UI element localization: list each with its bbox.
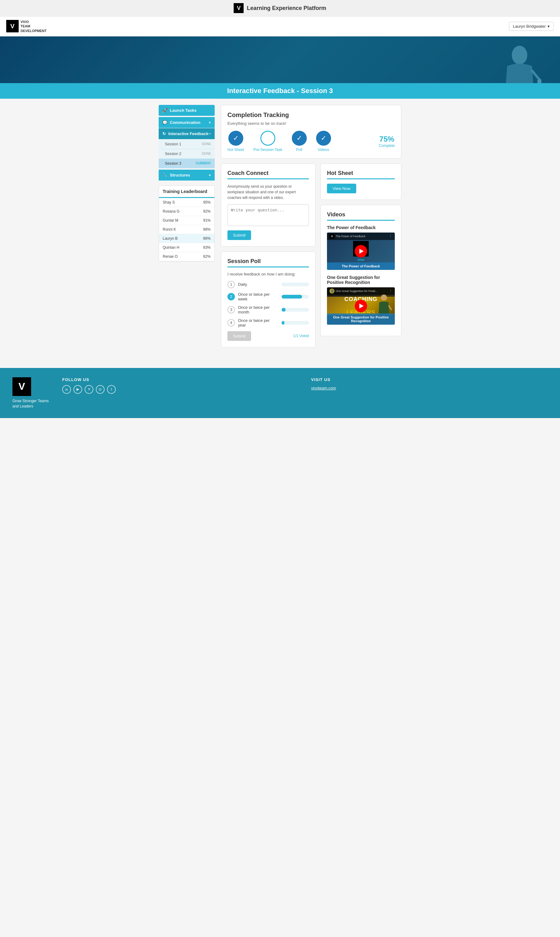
structure-icon: 🔧 [162, 173, 168, 177]
hot-sheet-label: Hot Sheet [228, 148, 244, 152]
chevron-down-icon: ▾ [548, 24, 550, 29]
sidebar-session-2[interactable]: Session 2 DONE [158, 149, 215, 159]
launch-tasks-btn[interactable]: 🚀 Launch Tasks [158, 105, 215, 116]
completion-items: ✓ Hot Sheet Pre-Session Task ✓ Poll ✓ Vi… [228, 131, 395, 152]
poll-num-4: 4 [228, 319, 235, 327]
user-dropdown[interactable]: Lauryn Bridgwater ▾ [509, 22, 554, 31]
sidebar-item-communication[interactable]: 💬 Communication + [158, 117, 215, 128]
completion-tracking-card: Completion Tracking Everything seems to … [221, 105, 402, 159]
poll-option-3: 3 Once or twice per month [228, 305, 309, 314]
twitter-icon[interactable]: ✕ [85, 385, 93, 394]
session-poll-card: Session Poll I receive feedback on how I… [221, 251, 315, 347]
leaderboard-name-1: Shay S [163, 200, 175, 205]
header: V VIVO TEAM DEVELOPMENT Lauryn Bridgwate… [0, 17, 560, 36]
video-1-play-btn[interactable] [355, 245, 367, 257]
top-bar-logo-icon: V [234, 3, 244, 13]
footer-follow: FOLLOW US in ▶ ✕ ◎ f [62, 377, 298, 394]
chat-icon: 💬 [162, 120, 168, 125]
sidebar-item-interactive-feedback[interactable]: ↻ Interactive Feedback − [158, 128, 215, 139]
leaderboard-pct-5: 86% [203, 236, 211, 240]
poll-bar-bg-1 [282, 283, 309, 287]
footer: V Grow Stronger Teams and Leaders FOLLOW… [0, 368, 560, 418]
leaderboard-name-5: Lauryn B [163, 236, 178, 240]
video-1-title: The Power of Feedback [327, 225, 395, 230]
instagram-icon[interactable]: ◎ [96, 385, 105, 394]
svg-line-1 [532, 71, 540, 80]
leaderboard-row-6: Quinlan H 83% [159, 243, 214, 252]
hero-banner: Interactive Feedback - Session 3 [0, 36, 560, 99]
pre-session-check [260, 131, 275, 146]
pct-number: 75% [379, 135, 395, 143]
poll-bar-bg-3 [282, 308, 309, 311]
sidebar-session-1[interactable]: Session 1 DONE [158, 139, 215, 149]
poll-bar-fill-3 [282, 308, 286, 311]
social-icons: in ▶ ✕ ◎ f [62, 385, 298, 394]
hot-sheet-check: ✓ [228, 131, 243, 146]
footer-logo: V Grow Stronger Teams and Leaders [12, 377, 50, 409]
leaderboard-row-2: Rosana G 92% [159, 207, 214, 216]
poll-option-1: 1 Daily [228, 281, 309, 288]
leaderboard-name-2: Rosana G [163, 209, 180, 214]
hero-title: Interactive Feedback - Session 3 [0, 87, 560, 95]
poll-text-3: Once or twice per month [238, 305, 278, 314]
youtube-icon[interactable]: ▶ [74, 385, 82, 394]
completion-pre-session: Pre-Session Task [253, 131, 282, 152]
session-3-badge: CURRENT [196, 162, 211, 165]
poll-bar-bg-2 [282, 295, 309, 299]
poll-title: Session Poll [228, 258, 309, 267]
sidebar-item-structures[interactable]: 🔧 Structures + [158, 170, 215, 180]
facebook-icon[interactable]: f [107, 385, 116, 394]
leaderboard-pct-4: 88% [203, 227, 211, 231]
poll-check: ✓ [292, 131, 307, 146]
top-bar-brand: V Learning Experience Platform [234, 3, 326, 13]
poll-option-4: 4 Once or twice per year [228, 318, 309, 327]
leaderboard-pct-7: 82% [203, 254, 211, 259]
video-2-play-btn[interactable] [355, 300, 367, 312]
session-2-badge: DONE [202, 152, 211, 155]
hot-sheet-view-btn[interactable]: View Now [327, 184, 356, 193]
leaderboard-pct-1: 95% [203, 200, 211, 205]
video-2-overlay: One Great Suggestion for Positive Recogn… [327, 313, 395, 325]
video-1-overlay: The Power of Feedback [327, 262, 395, 270]
content-area: Completion Tracking Everything seems to … [221, 105, 402, 352]
footer-tagline: Grow Stronger Teams and Leaders [12, 398, 50, 409]
leaderboard-name-7: Renae O [163, 254, 178, 259]
rocket-icon: 🚀 [162, 108, 168, 113]
video-2-menu-icon: ⋮ [389, 289, 392, 293]
videos-section-title: Videos [327, 211, 395, 221]
poll-num-3: 3 [228, 306, 235, 313]
completion-videos: ✓ Videos [316, 131, 331, 152]
completion-subtitle: Everything seems to be on track! [228, 121, 395, 126]
header-logo: V VIVO TEAM DEVELOPMENT [6, 20, 47, 33]
poll-submit-btn[interactable]: Submit [228, 331, 251, 341]
two-col-section: Coach Connect Anonymously send us your q… [221, 163, 402, 352]
play-icon-2 [359, 304, 364, 308]
pre-session-label: Pre-Session Task [253, 148, 282, 152]
left-column: Coach Connect Anonymously send us your q… [221, 163, 315, 352]
website-link[interactable]: vivoteam.com [311, 386, 336, 390]
launch-tasks-label: Launch Tasks [170, 108, 197, 113]
video-2-title: One Great Suggestion for Positive Recogn… [327, 275, 395, 285]
svg-point-0 [512, 46, 527, 65]
videos-card: Videos The Power of Feedback V The Power… [320, 205, 402, 336]
completion-percentage: 75% Complete [379, 135, 395, 148]
structures-label: Structures [170, 173, 190, 177]
poll-footer: Submit 1/1 Voted [228, 331, 309, 341]
leaderboard-pct-3: 91% [203, 218, 211, 223]
logo-team: TEAM [20, 24, 30, 28]
hot-sheet-card: Hot Sheet View Now [320, 163, 402, 200]
video-1-thumb[interactable]: V The Power of Feedback ⋮ V vivo [327, 233, 395, 270]
play-icon-1 [359, 249, 364, 254]
poll-voted: 1/1 Voted [293, 334, 309, 338]
leaderboard-name-6: Quinlan H [163, 245, 179, 250]
coach-connect-input[interactable] [228, 204, 309, 226]
video-2-thumb[interactable]: 👤 One Great Suggestion for Positi... ⋮ C… [327, 287, 395, 325]
header-logo-text: VIVO TEAM DEVELOPMENT [20, 20, 47, 33]
logo-dev: DEVELOPMENT [20, 29, 47, 33]
coach-connect-submit[interactable]: Submit [228, 230, 251, 240]
sidebar-session-3[interactable]: Session 3 CURRENT [158, 159, 215, 168]
session-1-badge: DONE [202, 142, 211, 146]
video-1: The Power of Feedback V The Power of Fee… [327, 225, 395, 270]
linkedin-icon[interactable]: in [62, 385, 71, 394]
hero-title-bar: Interactive Feedback - Session 3 [0, 83, 560, 99]
